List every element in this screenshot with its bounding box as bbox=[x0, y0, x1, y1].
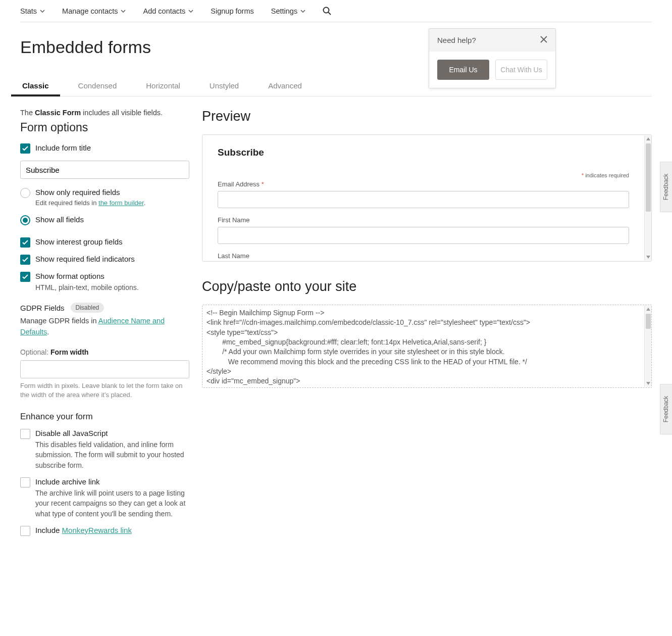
scroll-thumb[interactable] bbox=[646, 143, 651, 212]
required-note: * indicates required bbox=[218, 172, 629, 178]
monkeyrewards-link[interactable]: MonkeyRewards link bbox=[62, 526, 132, 534]
tab-condensed[interactable]: Condensed bbox=[76, 77, 119, 96]
help-panel: Need help? Email Us Chat With Us bbox=[429, 28, 556, 88]
show-format-label: Show format options bbox=[35, 272, 189, 280]
preview-form-title: Subscribe bbox=[218, 147, 629, 158]
intro-text: The Classic Form includes all visible fi… bbox=[20, 109, 189, 117]
archive-hint: The archive link will point users to a p… bbox=[35, 488, 189, 519]
nav-signup-forms[interactable]: Signup forms bbox=[211, 7, 253, 15]
show-format-hint: HTML, plain-text, mobile options. bbox=[35, 282, 189, 292]
show-indicators-label: Show required field indicators bbox=[35, 255, 189, 263]
scroll-up-icon[interactable] bbox=[645, 135, 652, 142]
form-width-hint: Form width in pixels. Leave blank to let… bbox=[20, 381, 189, 400]
show-groups-label: Show interest group fields bbox=[35, 237, 189, 246]
show-all-label: Show all fields bbox=[35, 215, 189, 224]
preview-title: Preview bbox=[202, 109, 652, 124]
help-title: Need help? bbox=[437, 36, 476, 44]
firstname-label: First Name bbox=[218, 216, 629, 224]
show-required-label: Show only required fields bbox=[35, 188, 189, 197]
show-all-radio[interactable] bbox=[20, 215, 30, 225]
form-width-input[interactable] bbox=[20, 360, 189, 378]
tab-horizontal[interactable]: Horizontal bbox=[144, 77, 182, 96]
show-required-radio[interactable] bbox=[20, 188, 30, 198]
email-input[interactable] bbox=[218, 191, 629, 208]
page-title: Embedded forms bbox=[20, 37, 652, 57]
tab-unstyled[interactable]: Unstyled bbox=[208, 77, 241, 96]
include-title-checkbox[interactable] bbox=[20, 143, 30, 154]
nav-label: Add contacts bbox=[143, 7, 185, 15]
show-indicators-checkbox[interactable] bbox=[20, 255, 30, 265]
form-builder-link[interactable]: the form builder bbox=[98, 199, 144, 207]
feedback-tab[interactable]: Feedback bbox=[660, 384, 672, 434]
disable-js-label: Disable all JavaScript bbox=[35, 429, 189, 437]
chevron-down-icon bbox=[188, 10, 193, 13]
feedback-tab[interactable]: Feedback bbox=[660, 162, 672, 212]
disable-js-hint: This disables field validation, and inli… bbox=[35, 439, 189, 470]
gdpr-label: GDPR Fields bbox=[20, 304, 65, 312]
chevron-down-icon bbox=[121, 10, 126, 13]
include-title-label: Include form title bbox=[35, 143, 189, 152]
svg-point-0 bbox=[324, 8, 329, 13]
chevron-down-icon bbox=[300, 10, 305, 13]
form-options-title: Form options bbox=[20, 121, 189, 134]
code-content[interactable]: <!-- Begin Mailchimp Signup Form --> <li… bbox=[206, 308, 642, 386]
code-box[interactable]: <!-- Begin Mailchimp Signup Form --> <li… bbox=[202, 305, 652, 388]
chevron-down-icon bbox=[40, 10, 45, 13]
gdpr-badge: Disabled bbox=[71, 303, 105, 313]
svg-line-1 bbox=[328, 12, 331, 15]
copy-paste-title: Copy/paste onto your site bbox=[202, 279, 652, 295]
scroll-down-icon[interactable] bbox=[645, 254, 652, 261]
nav-label: Settings bbox=[271, 7, 297, 15]
tab-advanced[interactable]: Advanced bbox=[266, 77, 304, 96]
nav-stats[interactable]: Stats bbox=[20, 7, 45, 15]
top-navigation: Stats Manage contacts Add contacts Signu… bbox=[20, 0, 652, 22]
scroll-thumb[interactable] bbox=[646, 314, 651, 329]
archive-checkbox[interactable] bbox=[20, 477, 30, 487]
nav-label: Signup forms bbox=[211, 7, 253, 15]
form-title-input[interactable] bbox=[20, 161, 189, 179]
preview-box: Subscribe * indicates required Email Add… bbox=[202, 134, 652, 262]
tab-classic[interactable]: Classic bbox=[20, 77, 51, 96]
code-scrollbar[interactable] bbox=[644, 306, 651, 387]
disable-js-checkbox[interactable] bbox=[20, 429, 30, 439]
nav-manage-contacts[interactable]: Manage contacts bbox=[62, 7, 126, 15]
monkeyrewards-checkbox[interactable] bbox=[20, 526, 30, 536]
preview-scrollbar[interactable] bbox=[644, 135, 651, 261]
form-width-label: Optional: Form width bbox=[20, 348, 189, 356]
tab-bar: Classic Condensed Horizontal Unstyled Ad… bbox=[20, 77, 652, 96]
scroll-up-icon[interactable] bbox=[645, 306, 652, 313]
nav-add-contacts[interactable]: Add contacts bbox=[143, 7, 193, 15]
chat-with-us-button[interactable]: Chat With Us bbox=[495, 60, 547, 80]
email-us-button[interactable]: Email Us bbox=[437, 60, 489, 80]
enhance-title: Enhance your form bbox=[20, 412, 189, 422]
archive-label: Include archive link bbox=[35, 477, 189, 486]
firstname-input[interactable] bbox=[218, 227, 629, 244]
nav-settings[interactable]: Settings bbox=[271, 7, 305, 15]
monkeyrewards-label: Include MonkeyRewards link bbox=[35, 526, 189, 534]
scroll-down-icon[interactable] bbox=[645, 380, 652, 387]
email-label: Email Address * bbox=[218, 180, 629, 188]
show-groups-checkbox[interactable] bbox=[20, 237, 30, 248]
show-format-checkbox[interactable] bbox=[20, 272, 30, 282]
nav-label: Manage contacts bbox=[62, 7, 118, 15]
show-required-hint: Edit required fields in the form builder… bbox=[35, 199, 189, 208]
close-icon[interactable] bbox=[540, 36, 547, 44]
nav-label: Stats bbox=[20, 7, 37, 15]
lastname-label: Last Name bbox=[218, 252, 629, 260]
search-icon[interactable] bbox=[323, 7, 331, 15]
gdpr-hint: Manage GDPR fields in Audience Name and … bbox=[20, 316, 189, 338]
